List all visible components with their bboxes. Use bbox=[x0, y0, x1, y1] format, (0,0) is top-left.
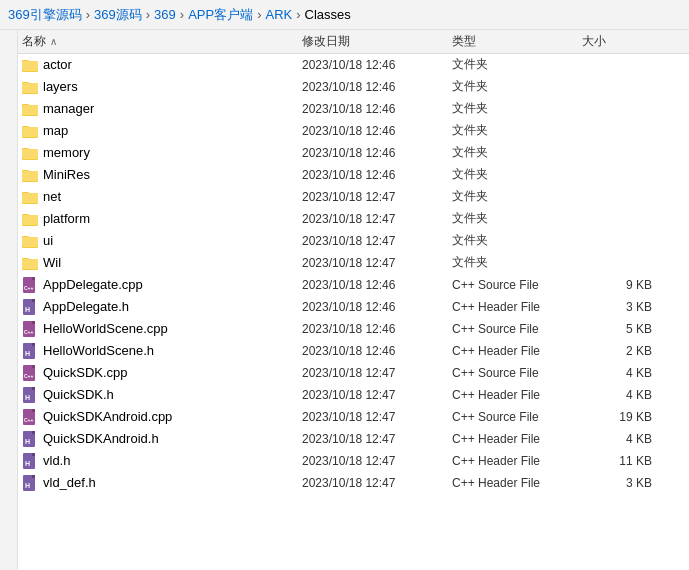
svg-rect-36 bbox=[32, 299, 35, 302]
folder-type: 文件夹 bbox=[452, 100, 582, 117]
svg-text:C++: C++ bbox=[24, 285, 34, 291]
folder-icon bbox=[22, 234, 38, 248]
file-type: C++ Header File bbox=[452, 300, 582, 314]
file-row[interactable]: H vld_def.h 2023/10/18 12:47 C++ Header … bbox=[18, 472, 689, 494]
breadcrumb-item-4[interactable]: APP客户端 bbox=[188, 6, 253, 24]
h-file-icon: H bbox=[22, 343, 38, 359]
folder-type: 文件夹 bbox=[452, 166, 582, 183]
svg-text:C++: C++ bbox=[24, 373, 34, 379]
folder-type: 文件夹 bbox=[452, 56, 582, 73]
cpp-file-icon: C++ bbox=[22, 277, 38, 293]
folder-date: 2023/10/18 12:46 bbox=[302, 80, 452, 94]
svg-rect-29 bbox=[22, 259, 38, 269]
folder-date: 2023/10/18 12:46 bbox=[302, 124, 452, 138]
svg-rect-32 bbox=[32, 277, 35, 280]
file-date: 2023/10/18 12:46 bbox=[302, 344, 452, 358]
folder-type: 文件夹 bbox=[452, 122, 582, 139]
breadcrumb-item-1[interactable]: 369引擎源码 bbox=[8, 6, 82, 24]
file-date: 2023/10/18 12:46 bbox=[302, 322, 452, 336]
folder-date: 2023/10/18 12:47 bbox=[302, 256, 452, 270]
breadcrumb-sep-5: › bbox=[296, 7, 300, 22]
folder-type: 文件夹 bbox=[452, 210, 582, 227]
file-name: QuickSDK.h bbox=[43, 387, 114, 402]
folder-row[interactable]: map 2023/10/18 12:46 文件夹 bbox=[18, 120, 689, 142]
folder-name: net bbox=[43, 189, 61, 204]
folder-type: 文件夹 bbox=[452, 144, 582, 161]
file-size: 4 KB bbox=[582, 432, 662, 446]
folder-icon bbox=[22, 124, 38, 138]
file-row[interactable]: H QuickSDKAndroid.h 2023/10/18 12:47 C++… bbox=[18, 428, 689, 450]
file-row[interactable]: C++ HelloWorldScene.cpp 2023/10/18 12:46… bbox=[18, 318, 689, 340]
col-date-header[interactable]: 修改日期 bbox=[302, 33, 452, 50]
folder-type: 文件夹 bbox=[452, 232, 582, 249]
folder-row[interactable]: actor 2023/10/18 12:46 文件夹 bbox=[18, 54, 689, 76]
svg-rect-20 bbox=[22, 193, 38, 203]
folder-icon bbox=[22, 168, 38, 182]
svg-rect-2 bbox=[22, 61, 38, 71]
col-name-header[interactable]: 名称 ∧ bbox=[22, 33, 302, 50]
file-name: AppDelegate.cpp bbox=[43, 277, 143, 292]
svg-rect-60 bbox=[32, 431, 35, 434]
folder-icon bbox=[22, 190, 38, 204]
file-row[interactable]: H AppDelegate.h 2023/10/18 12:46 C++ Hea… bbox=[18, 296, 689, 318]
file-row[interactable]: H HelloWorldScene.h 2023/10/18 12:46 C++… bbox=[18, 340, 689, 362]
file-size: 3 KB bbox=[582, 476, 662, 490]
file-name: QuickSDK.cpp bbox=[43, 365, 128, 380]
file-date: 2023/10/18 12:46 bbox=[302, 300, 452, 314]
folder-row[interactable]: MiniRes 2023/10/18 12:46 文件夹 bbox=[18, 164, 689, 186]
file-row[interactable]: C++ QuickSDK.cpp 2023/10/18 12:47 C++ So… bbox=[18, 362, 689, 384]
folder-row[interactable]: layers 2023/10/18 12:46 文件夹 bbox=[18, 76, 689, 98]
folder-name: MiniRes bbox=[43, 167, 90, 182]
breadcrumb-sep-2: › bbox=[146, 7, 150, 22]
file-name: QuickSDKAndroid.cpp bbox=[43, 409, 172, 424]
folder-date: 2023/10/18 12:47 bbox=[302, 234, 452, 248]
folder-icon bbox=[22, 146, 38, 160]
file-row[interactable]: H vld.h 2023/10/18 12:47 C++ Header File… bbox=[18, 450, 689, 472]
breadcrumb-item-5[interactable]: ARK bbox=[266, 7, 293, 22]
folder-row[interactable]: memory 2023/10/18 12:46 文件夹 bbox=[18, 142, 689, 164]
file-list-area[interactable]: 名称 ∧ 修改日期 类型 大小 actor 2023/10/18 12:46 文… bbox=[18, 30, 689, 570]
folder-name: manager bbox=[43, 101, 94, 116]
file-row[interactable]: C++ AppDelegate.cpp 2023/10/18 12:46 C++… bbox=[18, 274, 689, 296]
file-name: AppDelegate.h bbox=[43, 299, 129, 314]
folder-name: platform bbox=[43, 211, 90, 226]
folder-row[interactable]: net 2023/10/18 12:47 文件夹 bbox=[18, 186, 689, 208]
folder-type: 文件夹 bbox=[452, 188, 582, 205]
sort-arrow-icon: ∧ bbox=[50, 36, 57, 47]
folder-row[interactable]: manager 2023/10/18 12:46 文件夹 bbox=[18, 98, 689, 120]
breadcrumb-item-2[interactable]: 369源码 bbox=[94, 6, 142, 24]
file-name: vld_def.h bbox=[43, 475, 96, 490]
folder-date: 2023/10/18 12:46 bbox=[302, 168, 452, 182]
svg-rect-23 bbox=[22, 215, 38, 225]
folder-row[interactable]: Wil 2023/10/18 12:47 文件夹 bbox=[18, 252, 689, 274]
file-row[interactable]: C++ QuickSDKAndroid.cpp 2023/10/18 12:47… bbox=[18, 406, 689, 428]
breadcrumb-current: Classes bbox=[305, 7, 351, 22]
col-size-header[interactable]: 大小 bbox=[582, 33, 662, 50]
svg-text:H: H bbox=[25, 350, 30, 357]
svg-text:H: H bbox=[25, 482, 30, 489]
file-size: 3 KB bbox=[582, 300, 662, 314]
breadcrumb-sep-4: › bbox=[257, 7, 261, 22]
svg-rect-52 bbox=[32, 387, 35, 390]
h-file-icon: H bbox=[22, 453, 38, 469]
file-date: 2023/10/18 12:47 bbox=[302, 366, 452, 380]
folder-row[interactable]: ui 2023/10/18 12:47 文件夹 bbox=[18, 230, 689, 252]
file-date: 2023/10/18 12:46 bbox=[302, 278, 452, 292]
file-size: 2 KB bbox=[582, 344, 662, 358]
folder-name: map bbox=[43, 123, 68, 138]
file-row[interactable]: H QuickSDK.h 2023/10/18 12:47 C++ Header… bbox=[18, 384, 689, 406]
file-date: 2023/10/18 12:47 bbox=[302, 410, 452, 424]
col-type-header[interactable]: 类型 bbox=[452, 33, 582, 50]
file-type: C++ Header File bbox=[452, 344, 582, 358]
folder-row[interactable]: platform 2023/10/18 12:47 文件夹 bbox=[18, 208, 689, 230]
breadcrumb-item-3[interactable]: 369 bbox=[154, 7, 176, 22]
main-area: 名称 ∧ 修改日期 类型 大小 actor 2023/10/18 12:46 文… bbox=[0, 30, 689, 570]
file-type: C++ Header File bbox=[452, 454, 582, 468]
folder-name: ui bbox=[43, 233, 53, 248]
folder-icon bbox=[22, 256, 38, 270]
folder-date: 2023/10/18 12:46 bbox=[302, 102, 452, 116]
h-file-icon: H bbox=[22, 475, 38, 491]
folder-name: Wil bbox=[43, 255, 61, 270]
file-type: C++ Header File bbox=[452, 476, 582, 490]
h-file-icon: H bbox=[22, 431, 38, 447]
